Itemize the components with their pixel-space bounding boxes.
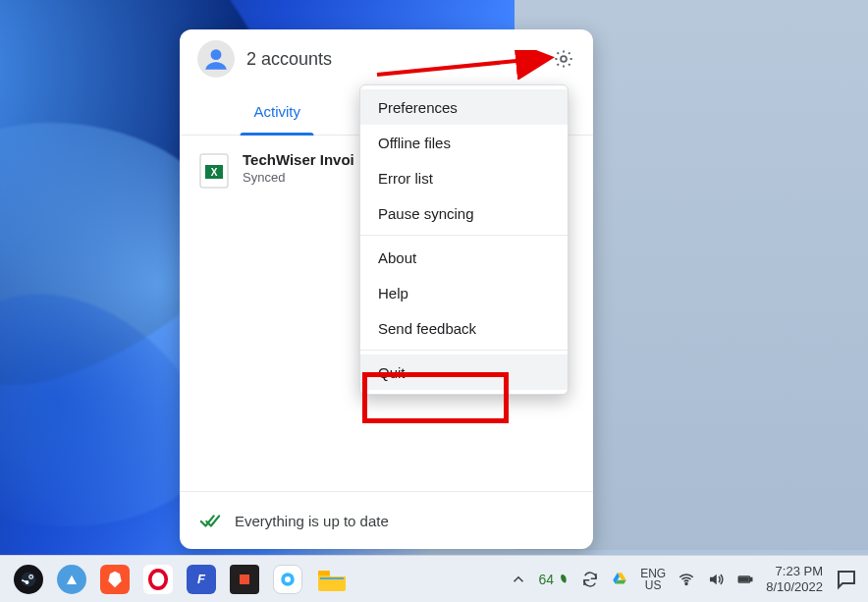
double-check-icon — [199, 510, 221, 531]
tray-battery-icon[interactable] — [736, 571, 754, 588]
tab-activity[interactable]: Activity — [180, 88, 375, 135]
leaf-icon — [556, 573, 570, 586]
clock-date: 8/10/2022 — [766, 579, 823, 595]
taskbar-steam-icon[interactable] — [14, 565, 43, 594]
taskbar-nordvpn-icon[interactable] — [57, 565, 86, 594]
menu-separator — [360, 350, 568, 351]
panel-footer: Everything is up to date — [180, 491, 593, 549]
menu-quit[interactable]: Quit — [360, 355, 568, 390]
tray-google-drive-icon[interactable] — [611, 571, 628, 588]
file-name: TechWiser Invoi — [243, 151, 354, 168]
accounts-label[interactable]: 2 accounts — [246, 49, 332, 70]
svg-rect-15 — [320, 577, 344, 579]
menu-send-feedback[interactable]: Send feedback — [360, 310, 568, 346]
svg-point-2 — [561, 56, 567, 62]
svg-point-8 — [29, 575, 31, 577]
menu-offline-files[interactable]: Offline files — [360, 125, 568, 160]
lang-line-1: ENG — [640, 568, 666, 579]
spreadsheet-icon: X — [199, 153, 229, 189]
menu-separator — [360, 235, 568, 236]
svg-rect-20 — [740, 577, 748, 580]
tray-wifi-icon[interactable] — [678, 571, 695, 588]
tray-notifications-icon[interactable] — [835, 568, 858, 591]
menu-preferences[interactable]: Preferences — [360, 89, 568, 125]
tray-overflow-chevron-icon[interactable] — [510, 571, 527, 588]
taskbar-brave-icon[interactable] — [100, 565, 130, 594]
svg-rect-14 — [318, 571, 330, 575]
svg-point-1 — [211, 49, 222, 60]
file-status: Synced — [243, 170, 354, 185]
svg-point-16 — [685, 582, 687, 584]
menu-error-list[interactable]: Error list — [360, 160, 568, 195]
sync-status-text: Everything is up to date — [235, 513, 389, 529]
tray-weather[interactable]: 64 — [539, 572, 570, 587]
taskbar-explorer-icon[interactable] — [316, 566, 348, 593]
panel-header: 2 accounts — [180, 29, 593, 88]
taskbar-opera-icon[interactable] — [143, 565, 173, 594]
tray-clock[interactable]: 7:23 PM 8/10/2022 — [766, 564, 823, 594]
tray-volume-icon[interactable] — [707, 571, 725, 588]
tray-language[interactable]: ENG US — [640, 568, 666, 591]
temperature-value: 64 — [539, 572, 555, 587]
svg-point-6 — [22, 572, 36, 586]
menu-about[interactable]: About — [360, 240, 568, 275]
menu-help[interactable]: Help — [360, 275, 568, 310]
taskbar-app-icon[interactable] — [273, 565, 302, 594]
svg-point-13 — [285, 576, 291, 582]
taskbar-app-icon[interactable] — [230, 565, 259, 594]
tray-sync-icon[interactable] — [581, 571, 599, 588]
svg-marker-17 — [710, 574, 717, 584]
clock-time: 7:23 PM — [766, 564, 823, 579]
avatar[interactable] — [197, 40, 235, 78]
gear-icon[interactable] — [550, 45, 577, 73]
taskbar-fdm-icon[interactable]: F — [187, 565, 216, 594]
svg-rect-19 — [750, 577, 752, 580]
lang-line-2: US — [640, 579, 666, 591]
taskbar: F 64 ENG US — [0, 555, 868, 602]
svg-point-9 — [26, 580, 29, 584]
svg-text:X: X — [211, 167, 218, 178]
gear-menu: Preferences Offline files Error list Pau… — [359, 84, 569, 395]
svg-point-11 — [150, 570, 167, 587]
menu-pause-syncing[interactable]: Pause syncing — [360, 195, 568, 231]
